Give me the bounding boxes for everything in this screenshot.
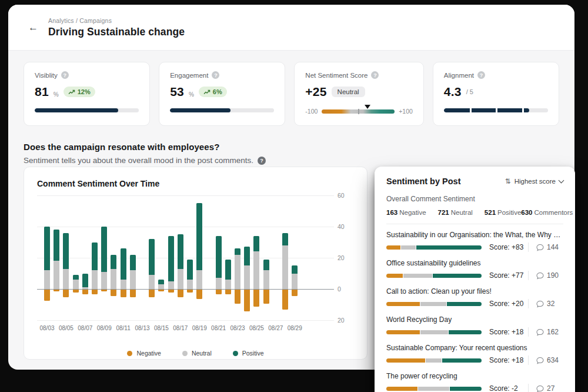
x-axis-tick-label: 08/21 (211, 325, 226, 331)
comment-count: 27 (547, 384, 554, 392)
bar-segment (216, 290, 222, 294)
back-arrow-icon[interactable]: ← (28, 22, 38, 32)
post-list-item[interactable]: The power of recycling Score: -2 27 (386, 372, 563, 392)
help-icon[interactable]: ? (212, 71, 219, 79)
sentiment-status-badge: Neutral (332, 87, 365, 97)
bar-segment (111, 255, 116, 269)
scale-max-label: +100 (399, 108, 413, 115)
y-axis-tick-label: 0 (338, 285, 354, 293)
overall-sentiment-heading: Overall Comment Sentiment (386, 195, 563, 203)
bar-segment (54, 261, 59, 289)
negative-segment (386, 302, 420, 306)
post-title: Office sustainability guidelines (386, 259, 563, 267)
chart-legend: NegativeNeutralPositive (37, 350, 354, 357)
post-title: World Recycling Day (386, 315, 563, 324)
help-icon[interactable]: ? (371, 71, 379, 79)
x-axis-tick-label: 08/13 (135, 325, 149, 331)
help-icon[interactable]: ? (61, 71, 69, 79)
overall-sentiment-stats: 163Negative721Neutral521Positive630Comme… (386, 208, 563, 217)
help-icon[interactable]: ? (477, 71, 485, 79)
gridline (37, 258, 334, 258)
post-title: Sustainability in our Organisation: the … (386, 231, 563, 239)
bar-segment (44, 290, 50, 301)
bar-segment (225, 280, 231, 289)
post-list-item[interactable]: Sustainable Company: Your recent questio… (386, 344, 563, 366)
bar-segment (292, 290, 298, 296)
post-score: Score: +83 (489, 243, 523, 251)
bar-segment (282, 290, 288, 310)
bar-segment (196, 290, 202, 299)
bar-segment (263, 290, 269, 304)
bar-segment (253, 251, 259, 289)
bar-segment (111, 269, 116, 289)
divider (528, 356, 529, 365)
sentiment-scale-bar (322, 109, 395, 114)
bar-segment (82, 274, 88, 288)
bar-segment (178, 234, 183, 268)
x-axis-tick-label: 08/11 (116, 325, 130, 331)
neutral-segment (425, 358, 442, 363)
kpi-suffix: / 5 (466, 88, 473, 95)
bar-segment (121, 280, 126, 289)
bar-segment (168, 290, 174, 293)
post-title: Sustainable Company: Your recent questio… (386, 344, 563, 352)
post-list-item[interactable]: Call to action: Clean up your files! Sco… (386, 287, 563, 309)
segmented-progress-bar (444, 108, 548, 112)
kpi-row: Visiblity ? 81 % 12% Engagement ? 53 % (24, 62, 559, 126)
bar-segment (63, 269, 69, 289)
progress-bar (35, 108, 139, 112)
bar-segment (292, 274, 298, 290)
gridline (37, 227, 334, 227)
negative-segment (386, 245, 400, 250)
positive-segment (442, 358, 482, 363)
post-score: Score: +20 (489, 300, 523, 308)
post-score: Score: +18 (489, 356, 523, 364)
bar-segment (82, 287, 88, 289)
kpi-value: 81 (35, 85, 49, 99)
breadcrumb[interactable]: Analytics / Campaigns (48, 17, 185, 24)
bar-segment (73, 280, 79, 289)
comment-bubble-icon (536, 328, 544, 336)
bar-segment (178, 290, 183, 297)
resonance-section: Does the campaign resonate with employee… (24, 142, 559, 165)
delta-badge: 6% (199, 87, 227, 97)
post-list-item[interactable]: Sustainability in our Organisation: the … (386, 231, 563, 253)
legend-item-positive[interactable]: Positive (233, 350, 264, 357)
help-icon[interactable]: ? (258, 157, 266, 165)
bar-segment (111, 290, 116, 296)
post-list-item[interactable]: World Recycling Day Score: +18 162 (386, 315, 563, 337)
bar-segment (187, 260, 193, 280)
bar-segment (235, 255, 240, 289)
comment-count: 190 (547, 271, 559, 280)
bar-segment (168, 281, 174, 289)
bar-segment (187, 280, 193, 289)
comment-count: 32 (547, 300, 554, 308)
bar-segment (282, 233, 288, 245)
bar-segment (63, 233, 69, 269)
post-title: The power of recycling (386, 372, 563, 380)
positive-segment (416, 245, 482, 250)
post-score: Score: +77 (489, 271, 523, 280)
legend-item-neutral[interactable]: Neutral (182, 350, 212, 357)
negative-segment (386, 358, 425, 363)
bar-segment (158, 280, 164, 284)
post-score: Score: +18 (489, 328, 523, 336)
legend-item-negative[interactable]: Negative (127, 350, 161, 357)
page-header: ← Analytics / Campaigns Driving Sustaina… (8, 5, 574, 51)
sentiment-chart-card: Comment Sentiment Over Time 60402002008/… (24, 167, 368, 360)
negative-segment (386, 330, 420, 334)
bar-segment (54, 230, 59, 261)
x-axis-tick-label: 08/17 (173, 325, 188, 331)
panel-title: Sentiment by Post (386, 177, 461, 186)
sort-control[interactable]: ⇅ Highest score (505, 177, 563, 185)
bar-segment (196, 270, 202, 289)
legend-label: Negative (136, 350, 161, 357)
x-axis-tick-label: 08/27 (268, 325, 283, 331)
x-axis-tick-label: 08/23 (230, 325, 245, 331)
bar-segment (130, 290, 136, 297)
post-sentiment-ratio-bar (386, 302, 482, 306)
bar-segment (235, 248, 240, 255)
bar-segment (225, 290, 231, 294)
post-list-item[interactable]: Office sustainability guidelines Score: … (386, 259, 563, 281)
bar-segment (149, 290, 155, 297)
